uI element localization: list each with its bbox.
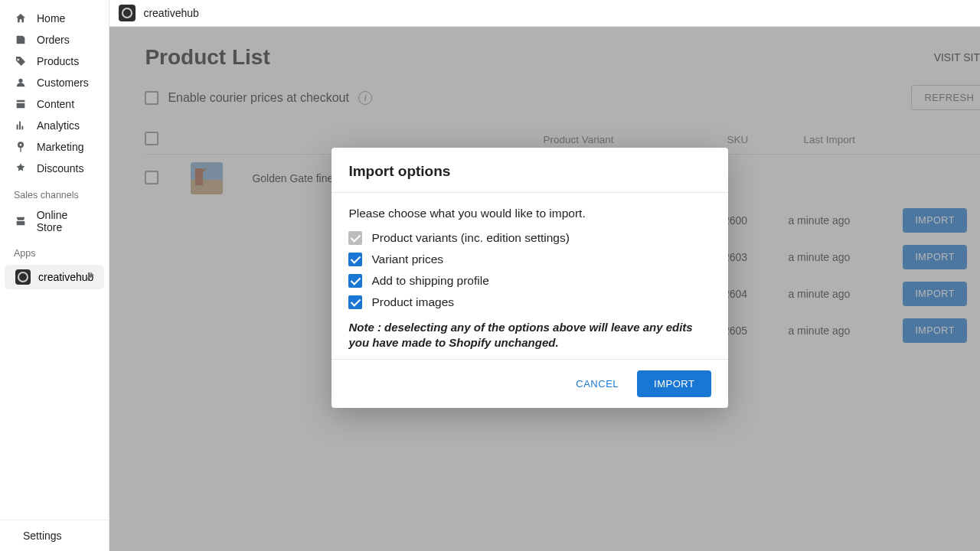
option-checkbox[interactable] (348, 295, 362, 309)
pin-icon[interactable] (84, 271, 95, 284)
dialog-options: Product variants (inc. edition settings)… (348, 231, 711, 309)
nav-list: Home Orders Products Customers Content A… (0, 0, 109, 179)
products-icon (14, 54, 28, 68)
option-label: Product variants (inc. edition settings) (371, 231, 569, 245)
dialog-option: Add to shipping profile (348, 274, 711, 288)
customers-icon (14, 76, 28, 90)
nav-label: Content (37, 98, 74, 110)
nav-analytics[interactable]: Analytics (0, 115, 109, 136)
nav-orders[interactable]: Orders (0, 29, 109, 51)
dialog-option: Variant prices (348, 253, 711, 266)
app-logo-icon (119, 5, 136, 21)
dialog-lead: Please choose what you would like to imp… (348, 207, 711, 220)
nav-label: Marketing (37, 141, 83, 153)
option-label: Variant prices (371, 253, 443, 266)
option-label: Add to shipping profile (371, 274, 488, 288)
section-label: Sales channels (14, 190, 79, 201)
nav-online-store[interactable]: Online Store (0, 205, 109, 237)
import-button[interactable]: IMPORT (637, 370, 711, 397)
nav-discounts[interactable]: Discounts (0, 158, 109, 179)
app-logo-icon (15, 269, 31, 285)
nav-home[interactable]: Home (0, 8, 109, 29)
nav-label: Products (37, 55, 79, 67)
option-checkbox (348, 231, 362, 245)
sales-channels-header[interactable]: Sales channels (0, 179, 109, 205)
apps-header[interactable]: Apps (0, 237, 109, 263)
dialog-option: Product images (348, 295, 711, 309)
nav-content[interactable]: Content (0, 93, 109, 115)
nav-label: Online Store (37, 209, 96, 233)
sidebar: Home Orders Products Customers Content A… (0, 0, 109, 551)
option-checkbox[interactable] (348, 274, 362, 288)
store-icon (14, 214, 28, 228)
nav-products[interactable]: Products (0, 51, 109, 72)
option-checkbox[interactable] (348, 253, 362, 266)
marketing-icon (14, 140, 28, 154)
nav-marketing[interactable]: Marketing (0, 136, 109, 158)
dialog-note: Note : deselecting any of the options ab… (348, 320, 711, 351)
dialog-option: Product variants (inc. edition settings) (348, 231, 711, 245)
nav-label: Customers (37, 77, 89, 89)
analytics-icon (14, 119, 28, 132)
discounts-icon (14, 161, 28, 175)
import-options-dialog: Import options Please choose what you wo… (332, 148, 728, 408)
nav-label: Discounts (37, 162, 83, 174)
topbar-title: creativehub (143, 7, 198, 19)
nav-label: Orders (37, 34, 70, 46)
app-creativehub[interactable]: creativehub (5, 265, 104, 289)
dialog-title: Import options (348, 163, 711, 180)
home-icon (14, 11, 28, 25)
settings-label: Settings (23, 530, 62, 542)
main-column: creativehub Product List VISIT SITE Enab… (109, 0, 980, 551)
section-label: Apps (14, 248, 36, 259)
orders-icon (14, 33, 28, 47)
cancel-button[interactable]: CANCEL (576, 378, 619, 390)
option-label: Product images (371, 295, 454, 309)
nav-customers[interactable]: Customers (0, 72, 109, 93)
content-icon (14, 97, 28, 111)
topbar: creativehub (109, 0, 980, 27)
nav-label: Home (37, 12, 65, 24)
nav-label: Analytics (37, 119, 80, 132)
nav-settings[interactable]: Settings (0, 520, 109, 551)
